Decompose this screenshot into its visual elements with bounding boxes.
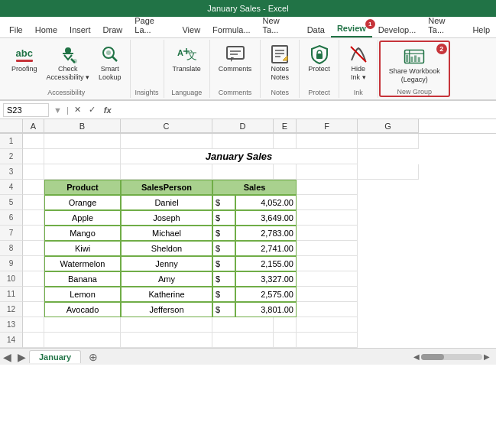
hide-ink-button[interactable]: HideInk ▾: [344, 41, 373, 84]
cell-b6[interactable]: Apple: [44, 210, 121, 226]
cell-e6[interactable]: 3,649.00: [235, 210, 297, 226]
h-scrollbar-thumb[interactable]: [421, 354, 444, 360]
tab-review[interactable]: Review 1: [331, 21, 372, 37]
cell-d1[interactable]: [212, 134, 274, 149]
cell-e12[interactable]: 3,801.00: [235, 302, 297, 317]
cell-g3[interactable]: [358, 164, 419, 180]
cell-e11[interactable]: 2,575.00: [235, 287, 297, 302]
cell-g9[interactable]: [297, 256, 358, 271]
formula-input[interactable]: [118, 106, 493, 115]
cell-b4[interactable]: Product: [44, 180, 121, 195]
cell-c11[interactable]: Katherine: [121, 287, 212, 302]
cell-b8[interactable]: Kiwi: [44, 241, 121, 256]
tab-pagela[interactable]: Page La...: [128, 13, 176, 37]
cell-a4[interactable]: [23, 180, 44, 195]
tab-home[interactable]: Home: [29, 22, 63, 37]
cell-d11[interactable]: $: [212, 287, 235, 302]
tab-formula[interactable]: Formula...: [206, 22, 257, 37]
cell-f3[interactable]: [297, 164, 358, 180]
comments-button[interactable]: Comments: [215, 41, 256, 76]
cell-c2[interactable]: January Sales: [121, 149, 358, 164]
cell-d7[interactable]: $: [212, 226, 235, 241]
tab-newta2[interactable]: New Ta...: [422, 13, 466, 37]
cell-c10[interactable]: Amy: [121, 271, 212, 287]
col-header-e[interactable]: E: [274, 119, 297, 133]
cell-c7[interactable]: Michael: [121, 226, 212, 241]
cell-b5[interactable]: Orange: [44, 195, 121, 210]
tab-draw[interactable]: Draw: [97, 22, 129, 37]
cell-b13[interactable]: [44, 317, 121, 333]
scroll-left-icon[interactable]: ◀: [0, 351, 15, 363]
cell-g11[interactable]: [297, 287, 358, 302]
cell-c12[interactable]: Jefferson: [121, 302, 212, 317]
cell-c6[interactable]: Joseph: [121, 210, 212, 226]
cell-d13[interactable]: [212, 317, 274, 333]
cell-b3[interactable]: [44, 164, 121, 180]
scroll-right-icon[interactable]: ▶: [15, 351, 29, 363]
tab-insert[interactable]: Insert: [63, 22, 97, 37]
cell-e7[interactable]: 2,783.00: [235, 226, 297, 241]
cell-b11[interactable]: Lemon: [44, 287, 121, 302]
formula-confirm[interactable]: ✓: [86, 105, 98, 115]
h-scroll-right[interactable]: ▶: [484, 352, 490, 361]
col-header-a[interactable]: A: [23, 119, 44, 133]
cell-a7[interactable]: [23, 226, 44, 241]
cell-c1[interactable]: [121, 134, 212, 149]
formula-check[interactable]: ✕: [72, 105, 83, 115]
cell-a9[interactable]: [23, 256, 44, 271]
cell-a6[interactable]: [23, 210, 44, 226]
cell-b14[interactable]: [44, 333, 121, 348]
cell-a1[interactable]: [23, 134, 44, 149]
cell-e10[interactable]: 3,327.00: [235, 271, 297, 287]
tab-help[interactable]: Help: [466, 22, 496, 37]
add-sheet-button[interactable]: ⊕: [83, 349, 104, 365]
cell-c14[interactable]: [121, 333, 212, 348]
smart-lookup-button[interactable]: SmartLookup: [95, 41, 125, 84]
cell-g4[interactable]: [297, 180, 358, 195]
cell-f13[interactable]: [297, 317, 358, 333]
cell-a3[interactable]: [23, 164, 44, 180]
cell-d4[interactable]: Sales: [212, 180, 297, 195]
cell-d10[interactable]: $: [212, 271, 235, 287]
cell-g8[interactable]: [297, 241, 358, 256]
cell-c9[interactable]: Jenny: [121, 256, 212, 271]
col-header-g[interactable]: G: [358, 119, 419, 133]
cell-c5[interactable]: Daniel: [121, 195, 212, 210]
tab-data[interactable]: Data: [301, 22, 331, 37]
cell-e8[interactable]: 2,741.00: [235, 241, 297, 256]
tab-newta1[interactable]: New Ta...: [257, 13, 301, 37]
cell-g10[interactable]: [297, 271, 358, 287]
cell-c8[interactable]: Sheldon: [121, 241, 212, 256]
cell-g6[interactable]: [297, 210, 358, 226]
cell-b10[interactable]: Banana: [44, 271, 121, 287]
tab-view[interactable]: View: [176, 22, 206, 37]
proofing-button[interactable]: abc Proofing: [8, 41, 41, 76]
notes-button[interactable]: NotesNotes: [265, 41, 294, 84]
col-header-f[interactable]: F: [297, 119, 358, 133]
cell-a2[interactable]: [23, 149, 44, 164]
cell-e3[interactable]: [274, 164, 297, 180]
check-accessibility-button[interactable]: CheckAccessibility ▾: [43, 41, 94, 84]
tab-file[interactable]: File: [3, 22, 29, 37]
cell-d3[interactable]: [212, 164, 274, 180]
sheet-tab-january[interactable]: January: [29, 350, 81, 363]
cell-c4[interactable]: SalesPerson: [121, 180, 212, 195]
cell-d6[interactable]: $: [212, 210, 235, 226]
cell-a5[interactable]: [23, 195, 44, 210]
cell-c13[interactable]: [121, 317, 212, 333]
h-scroll-left[interactable]: ◀: [413, 352, 420, 361]
cell-d5[interactable]: $: [212, 195, 235, 210]
cell-f14[interactable]: [297, 333, 358, 348]
tab-develop[interactable]: Develop...: [372, 22, 423, 37]
cell-b9[interactable]: Watermelon: [44, 256, 121, 271]
share-workbook-button[interactable]: Share Workbook(Legacy): [385, 44, 444, 86]
cell-a12[interactable]: [23, 302, 44, 317]
cell-e13[interactable]: [274, 317, 297, 333]
cell-a11[interactable]: [23, 287, 44, 302]
protect-button[interactable]: Protect: [304, 41, 334, 76]
col-header-c[interactable]: C: [121, 119, 212, 133]
cell-a14[interactable]: [23, 333, 44, 348]
cell-a13[interactable]: [23, 317, 44, 333]
cell-c3[interactable]: [121, 164, 212, 180]
cell-e1[interactable]: [274, 134, 297, 149]
